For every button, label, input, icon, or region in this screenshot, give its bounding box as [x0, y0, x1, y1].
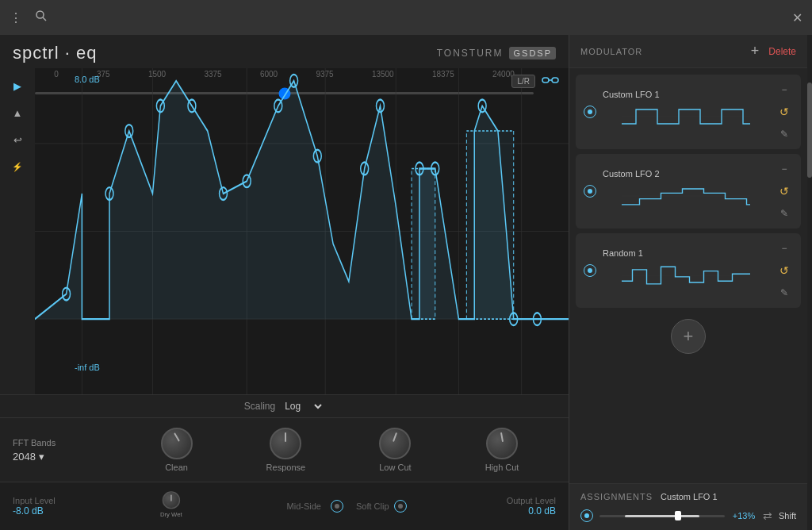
input-level-label: Input Level	[13, 496, 56, 505]
output-level-value: 0.0 dB	[528, 505, 556, 517]
db-label-top: 8.0 dB	[75, 75, 100, 84]
assignment-slider-container[interactable]	[599, 509, 725, 522]
close-button[interactable]: ✕	[792, 10, 802, 25]
add-modulator-button[interactable]: +	[671, 319, 706, 354]
svg-rect-33	[466, 131, 513, 319]
lfo1-content: Custom LFO 1	[603, 90, 769, 134]
fft-section: FFT Bands 2048 ▾	[13, 438, 124, 463]
assignment-value: +13%	[731, 511, 756, 520]
scaling-select[interactable]: Log Linear	[282, 400, 324, 413]
clean-knob[interactable]	[161, 428, 193, 459]
knob-group-response: Response	[266, 428, 306, 472]
menu-icon[interactable]: ⋮	[10, 10, 22, 25]
random1-minus-button[interactable]: −	[776, 240, 793, 257]
bolt-button[interactable]: ⚡	[6, 156, 29, 178]
knob-group-clean: Clean	[161, 428, 193, 472]
plugin-brand: TONSTURM GSDSP	[437, 47, 556, 60]
highcut-knob[interactable]	[486, 428, 518, 459]
lfo2-power-button[interactable]	[584, 185, 596, 198]
assignment-slider-fill	[625, 515, 700, 517]
lfo1-reset-button[interactable]: ↺	[776, 103, 793, 121]
bottom-controls: FFT Bands 2048 ▾ Clean Response Low Cut	[0, 417, 569, 482]
eq-svg[interactable]	[35, 68, 569, 394]
response-knob[interactable]	[270, 428, 301, 459]
lfo2-power-dot	[588, 189, 592, 194]
random1-edit-button[interactable]: ✎	[776, 284, 793, 301]
triangle-tool-button[interactable]: ▲	[6, 102, 29, 124]
lfo2-wave[interactable]	[603, 182, 769, 210]
search-icon[interactable]	[35, 10, 48, 25]
assignment-slider-track	[599, 515, 725, 517]
fft-value-button[interactable]: 2048 ▾	[13, 451, 44, 463]
main-layout: spctrl · eq TONSTURM GSDSP ▶ ▲ ↩ ⚡ 8.0 d…	[0, 35, 812, 530]
modulator-list: Custom LFO 1 − ↺ ✎	[569, 68, 807, 483]
status-output: Output Level 0.0 dB	[507, 496, 556, 517]
highcut-label: High Cut	[485, 463, 519, 472]
brand-gs: GSDSP	[509, 47, 556, 60]
svg-rect-3	[552, 78, 558, 83]
modulator-actions: + Delete	[751, 43, 796, 60]
assignment-power-dot	[584, 513, 589, 518]
drywet-label: Dry Wet	[160, 511, 182, 517]
brand-tonsturm: TONSTURM	[437, 48, 504, 59]
title-bar-left: ⋮	[10, 10, 48, 25]
lowcut-label: Low Cut	[379, 463, 411, 472]
plugin-header: spctrl · eq TONSTURM GSDSP	[0, 35, 569, 68]
assignment-power-button[interactable]	[580, 509, 593, 522]
knob-section: Clean Response Low Cut High Cut	[124, 428, 556, 472]
lr-button[interactable]: L/R	[511, 75, 535, 88]
scrollbar-thumb[interactable]	[807, 83, 812, 178]
random1-power-dot	[588, 268, 592, 273]
random1-content: Random 1	[603, 248, 769, 293]
cursor-tool-button[interactable]: ▶	[6, 75, 29, 97]
assignment-slider-thumb[interactable]	[675, 511, 681, 520]
modulator-item-lfo2: Custom LFO 2 − ↺ ✎	[576, 154, 801, 229]
modulator-add-button[interactable]: +	[751, 43, 760, 60]
lfo1-wave[interactable]	[603, 102, 769, 131]
midside-power-button[interactable]	[331, 500, 343, 513]
scaling-label: Scaling	[244, 401, 275, 412]
assignment-row: +13% ⇄ Shift	[580, 509, 796, 522]
random1-power-button[interactable]	[584, 264, 596, 277]
lfo1-edit-button[interactable]: ✎	[776, 125, 793, 143]
fft-chevron-icon: ▾	[39, 451, 44, 463]
lfo2-edit-button[interactable]: ✎	[776, 205, 793, 222]
assignments-title: ASSIGNMENTS	[580, 492, 653, 501]
status-center: Dry Wet	[155, 489, 187, 524]
drywet-knob[interactable]	[162, 491, 179, 509]
svg-rect-32	[412, 168, 435, 319]
lfo1-power-dot	[588, 109, 592, 114]
random1-reset-button[interactable]: ↺	[776, 262, 793, 279]
eq-canvas[interactable]: 8.0 dB L/R	[35, 68, 569, 394]
lfo2-minus-button[interactable]: −	[776, 160, 793, 178]
lfo1-power-button[interactable]	[584, 106, 596, 118]
right-panel: MODULATOR + Delete Custom LFO 1	[569, 35, 807, 530]
status-bar: Input Level -8.0 dB Dry Wet Mid-Side Sof…	[0, 482, 569, 530]
knob-group-highcut: High Cut	[485, 428, 519, 472]
softclip-label: Soft Clip	[356, 501, 389, 511]
lfo1-minus-button[interactable]: −	[776, 81, 793, 98]
eq-toolbar: ▶ ▲ ↩ ⚡	[0, 68, 35, 394]
random1-wave[interactable]	[603, 261, 769, 290]
lowcut-knob[interactable]	[379, 428, 411, 459]
eq-top-right: L/R	[511, 75, 559, 88]
fft-label: FFT Bands	[13, 438, 56, 447]
midside-section: Mid-Side	[287, 500, 343, 513]
lfo2-reset-button[interactable]: ↺	[776, 182, 793, 200]
lfo1-actions: − ↺ ✎	[776, 81, 793, 143]
assignment-target: Shift	[779, 511, 796, 520]
clean-label: Clean	[165, 463, 188, 472]
random1-actions: − ↺ ✎	[776, 240, 793, 301]
undo-button[interactable]: ↩	[6, 129, 29, 151]
eq-area: ▶ ▲ ↩ ⚡ 8.0 dB L/R	[0, 68, 569, 395]
softclip-power-button[interactable]	[394, 500, 407, 513]
link-icon[interactable]	[542, 75, 559, 88]
vertical-scrollbar[interactable]	[807, 35, 812, 530]
status-input: Input Level -8.0 dB	[13, 496, 56, 517]
lfo2-content: Custom LFO 2	[603, 169, 769, 213]
modulator-delete-button[interactable]: Delete	[768, 46, 796, 57]
assignments-header: ASSIGNMENTS Custom LFO 1	[580, 492, 796, 501]
db-label-bottom: -inf dB	[75, 363, 100, 372]
scaling-row: Scaling Log Linear	[0, 395, 569, 417]
assignment-arrows-button[interactable]: ⇄	[763, 509, 772, 522]
